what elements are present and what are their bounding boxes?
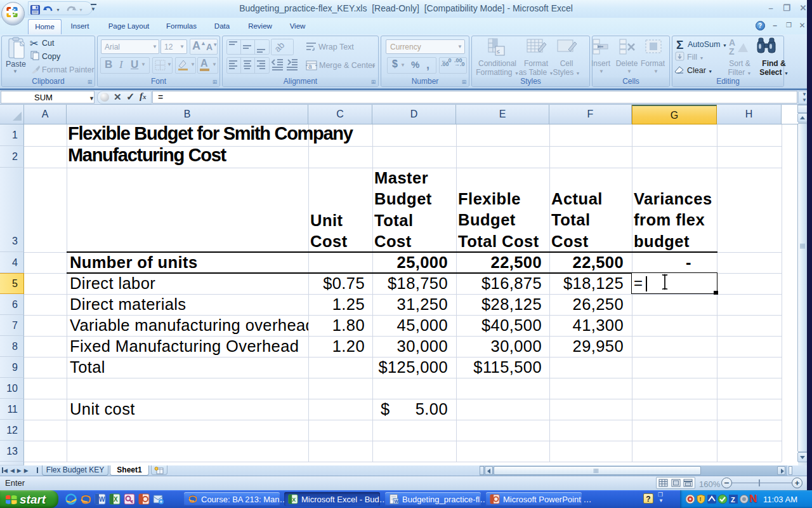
svg-text:W: W xyxy=(99,496,105,503)
svg-text:e: e xyxy=(69,495,72,503)
svg-text:Z: Z xyxy=(729,46,735,57)
svg-text:X: X xyxy=(114,496,118,503)
svg-text:X: X xyxy=(292,497,296,503)
svg-text:!: ! xyxy=(700,496,702,502)
svg-text:W: W xyxy=(394,499,398,504)
svg-text:Z: Z xyxy=(731,496,735,504)
svg-text:≤: ≤ xyxy=(497,48,500,55)
svg-text:ab: ab xyxy=(272,39,286,53)
svg-text:a: a xyxy=(308,63,312,70)
